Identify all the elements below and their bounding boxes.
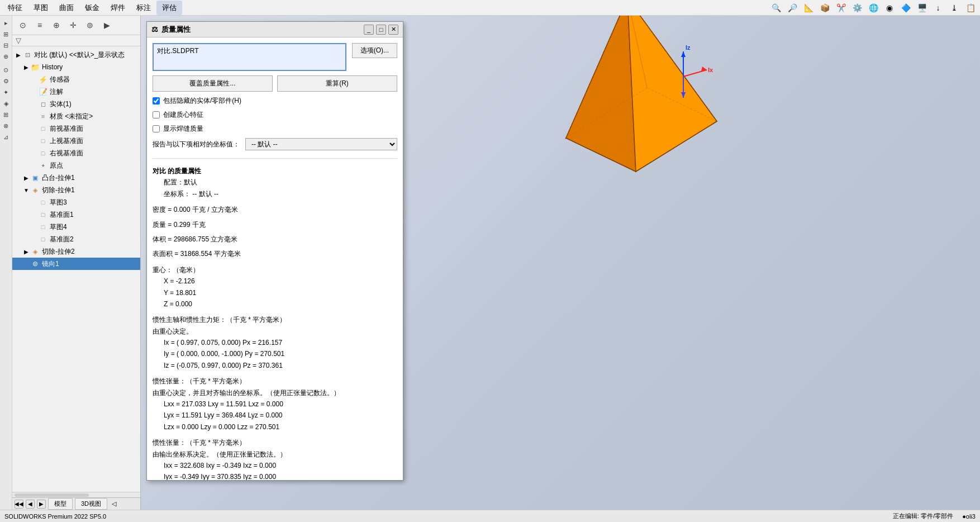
tree-root[interactable]: ▶ ⊡ 对比 (默认) <<默认>_显示状态 [12,49,140,61]
status-bar: SOLIDWORKS Premium 2022 SP5.0 正在编辑: 零件/零… [0,510,980,522]
side-icon-5[interactable]: ⊙ [1,65,11,75]
side-icon-1[interactable]: ▸ [1,18,11,28]
nav-next-btn[interactable]: ▶ [37,500,46,509]
tree-view-btn[interactable]: ⊙ [16,18,30,32]
svg-text:Ix: Ix [708,67,713,73]
checkbox-hidden[interactable] [153,97,160,105]
tree-item-front[interactable]: □ 前视基准面 [12,122,140,135]
dialog-input-box[interactable]: 对比.SLDPRT [153,43,346,71]
filter-icon[interactable]: ▽ [16,36,21,45]
tree-item-mirror1[interactable]: ⊜ 镜向1 [12,258,140,270]
tree-item-plane2[interactable]: □ 基准面2 [12,233,140,245]
tree-arrow-cut1: ▼ [22,187,30,193]
coord-label: 报告与以下项相对的坐标值： [153,140,240,149]
feature-tree: ▶ ⊡ 对比 (默认) <<默认>_显示状态 ▶ 📁 History ⚡ 传感器 [12,46,140,492]
tree-item-history[interactable]: ▶ 📁 History [12,61,140,73]
coord-dropdown[interactable]: -- 默认 -- [245,138,397,150]
side-icon-3[interactable]: ⊟ [1,40,11,50]
tree-item-right[interactable]: □ 右视基准面 [12,147,140,159]
side-icon-6[interactable]: ⚙ [1,76,11,86]
svg-marker-3 [566,16,636,172]
side-icon-10[interactable]: ⊗ [1,121,11,131]
measure-icon[interactable]: 📐 [801,1,816,15]
tree-arrow-btn[interactable]: ▶ [99,18,114,32]
tree-item-boss1[interactable]: ▶ ▣ 凸台-拉伸1 [12,172,140,184]
tree-label-sketch3: 草图3 [50,198,67,207]
tree-icon-plane1: □ [38,210,48,220]
tree-item-origin[interactable]: ✦ 原点 [12,159,140,172]
tree-item-material[interactable]: ≡ 材质 <未指定> [12,110,140,122]
shape-icon[interactable]: 🔷 [898,1,913,15]
prop-density: 密度 = 0.000 千克 / 立方毫米 [153,204,397,215]
tree-list-btn[interactable]: ≡ [32,18,47,32]
tree-circle-btn[interactable]: ⊚ [83,18,97,32]
tree-item-cut2[interactable]: ▶ ◈ 切除-拉伸2 [12,245,140,258]
prop-config: 配置：默认 [153,177,397,188]
prop-inertia-tensor2-title: 惯性张量：（千克 * 平方毫米） [153,437,397,448]
tree-arrow-root: ▶ [15,52,22,58]
dialog-close-btn[interactable]: ✕ [388,25,398,35]
tree-label-sketch4: 草图4 [50,222,67,232]
prop-inertia-axes-sub: 由重心决定。 [153,326,397,337]
tab-more[interactable]: ◁ [110,500,118,507]
checkbox-create[interactable] [153,111,160,118]
tree-item-annot[interactable]: 📝 注解 [12,86,140,98]
menu-evaluate[interactable]: 评估 [156,1,182,15]
prop-mass: 质量 = 0.299 千克 [153,219,397,230]
circle-icon[interactable]: ◉ [882,1,897,15]
dialog-maximize-btn[interactable]: □ [376,25,386,35]
clipboard-icon[interactable]: 📋 [963,1,978,15]
zoom-icon[interactable]: 🔎 [785,1,800,15]
dialog-scroll[interactable]: 对比 的质量属性 配置：默认 坐标系： -- 默认 -- 密度 = 0.000 … [147,156,403,480]
tab-model[interactable]: 模型 [48,498,73,510]
tree-label-front: 前视基准面 [50,124,83,134]
side-icon-2[interactable]: ⊞ [1,29,11,39]
coord-select-row: 报告与以下项相对的坐标值： -- 默认 -- [153,138,397,150]
menu-annotation[interactable]: 标注 [131,1,156,15]
tree-item-solid[interactable]: ◻ 实体(1) [12,98,140,110]
down2-icon[interactable]: ⤓ [947,1,962,15]
cut-icon[interactable]: ✂️ [834,1,848,15]
side-icon-4[interactable]: ⊕ [1,51,11,61]
nav-first-btn[interactable]: ◀◀ [15,500,23,509]
side-icon-9[interactable]: ⊞ [1,110,11,120]
menu-weldment[interactable]: 焊件 [105,1,131,15]
menu-features[interactable]: 特征 [2,1,28,15]
side-icon-8[interactable]: ◈ [1,98,11,108]
monitor-icon[interactable]: 🖥️ [915,1,929,15]
tree-item-sketch3[interactable]: □ 草图3 [12,196,140,208]
tree-item-sensor[interactable]: ⚡ 传感器 [12,73,140,86]
tree-icon-boss1: ▣ [30,173,40,183]
search-icon[interactable]: 🔍 [769,1,783,15]
dialog-minimize-btn[interactable]: _ [364,25,374,35]
checkbox-create-label[interactable]: 创建质心特征 [163,110,203,120]
down-icon[interactable]: ↓ [931,1,945,15]
tab-3dview[interactable]: 3D视图 [75,498,107,510]
dialog-options-btn[interactable]: 选项(O)... [352,43,397,58]
recalc-btn[interactable]: 重算(R) [277,75,397,92]
tree-item-plane1[interactable]: □ 基准面1 [12,208,140,221]
h-scrollbar-thumb[interactable] [15,493,89,497]
checkbox-hidden-label[interactable]: 包括隐藏的实体/零部件(H) [163,96,241,106]
side-icon-11[interactable]: ⊿ [1,132,11,142]
cover-mass-btn[interactable]: 覆盖质量属性... [153,75,273,92]
menu-sketch[interactable]: 草图 [28,1,54,15]
checkbox-weld-label[interactable]: 显示焊缝质量 [163,124,203,134]
checkbox-weld[interactable] [153,125,160,132]
menu-sheetmetal[interactable]: 钣金 [79,1,105,15]
nav-prev-btn[interactable]: ◀ [26,500,35,509]
globe-icon[interactable]: 🌐 [866,1,881,15]
box-icon[interactable]: 📦 [817,1,832,15]
side-icon-7[interactable]: ✦ [1,87,11,97]
menu-surface[interactable]: 曲面 [54,1,79,15]
tree-label-mirror1: 镜向1 [42,259,59,269]
prop-cx: X = -2.126 [153,276,397,287]
settings-icon[interactable]: ⚙️ [850,1,864,15]
tree-plus-btn[interactable]: ✛ [66,18,80,32]
tree-item-sketch4[interactable]: □ 草图4 [12,221,140,233]
tree-item-cut1[interactable]: ▼ ◈ 切除-拉伸1 [12,184,140,196]
tree-item-top[interactable]: □ 上视基准面 [12,135,140,147]
tree-add-btn[interactable]: ⊕ [49,18,64,32]
prop-iyx: Iyx = -0.349 Iyy = 370.835 Iyz = 0.000 [153,471,397,480]
h-scrollbar[interactable] [12,492,140,497]
